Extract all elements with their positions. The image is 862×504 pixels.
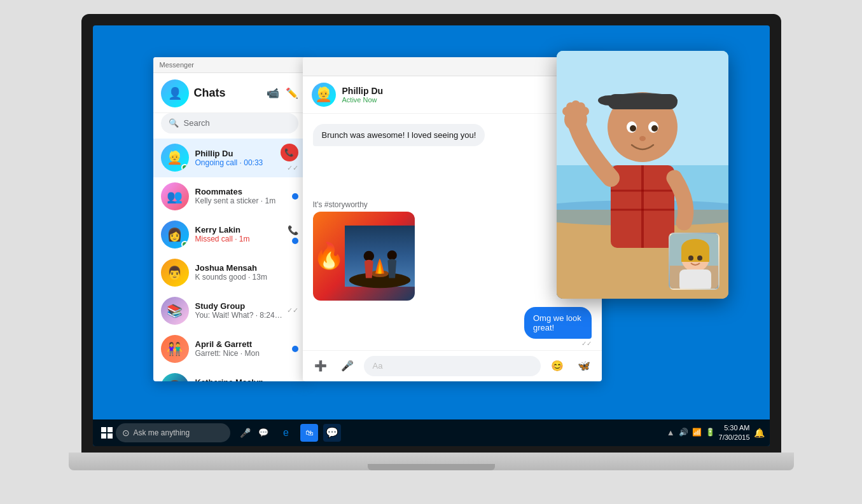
chat-avatar-joshua: 👨 — [161, 259, 189, 287]
message-row-storyworthy: It's #storyworthy — [313, 200, 592, 301]
chat-input-bar: ➕ 🎤 Aa 😊 🦋 — [303, 350, 602, 381]
svg-point-16 — [598, 95, 621, 106]
chat-name: April & Garrett — [195, 339, 288, 349]
user-avatar: 👤 — [161, 79, 189, 107]
network-icon[interactable]: 📶 — [692, 428, 702, 437]
message-input[interactable]: Aa — [364, 356, 541, 376]
chat-preview: Ongoing call · 00:33 — [195, 158, 277, 167]
chat-item-roommates[interactable]: 👥 Roommates Kelly sent a sticker · 1m — [153, 177, 306, 215]
chat-preview-missed: Missed call · 1m — [195, 235, 284, 243]
contact-avatar: 👱 — [312, 83, 336, 107]
chats-panel: Messenger 👤 Chats 📹 ✏️ — [153, 57, 306, 381]
taskbar-app-icons: 💬 e 🛍 💬 — [254, 424, 341, 442]
message-omg: Omg we look great! — [524, 307, 592, 339]
chat-meta: 📞 ✓✓ — [281, 144, 298, 172]
battery-icon[interactable]: 🔋 — [706, 428, 715, 437]
svg-point-21 — [639, 136, 646, 141]
chat-item-kerry-lakin[interactable]: 👩 Kerry Lakin Missed call · 1m 📞 — [153, 215, 306, 254]
taskbar-clock[interactable]: 5:30 AM 7/30/2015 — [719, 423, 750, 442]
svg-rect-36 — [101, 427, 106, 432]
compose-icon[interactable]: ✏️ — [286, 87, 298, 99]
start-button[interactable] — [98, 424, 116, 442]
chat-avatar-phillip: 👱 — [161, 144, 189, 172]
taskbar-icon-edge[interactable]: e — [277, 424, 295, 442]
taskbar-icon-store[interactable]: 🛍 — [300, 424, 318, 442]
search-icon: 🔍 — [169, 118, 179, 128]
chat-info-study: Study Group You: Wait! What? · 8:24am — [195, 301, 283, 320]
taskbar-search[interactable]: ⊙ Ask me anything — [116, 423, 230, 442]
chat-preview: Garrett: Nice · Mon — [195, 349, 288, 358]
laptop-base — [69, 453, 794, 470]
chat-name: Joshua Mensah — [195, 263, 295, 273]
chat-list: 👱 Phillip Du Ongoing call · 00:33 📞 ✓✓ — [153, 139, 306, 381]
unread-indicator — [292, 346, 298, 352]
read-check: ✓✓ — [287, 164, 298, 172]
date-display: 7/30/2015 — [719, 433, 750, 442]
chat-item-phillip-du[interactable]: 👱 Phillip Du Ongoing call · 00:33 📞 ✓✓ — [153, 139, 306, 177]
chat-meta — [292, 346, 298, 352]
hashtag-label: It's #storyworthy — [313, 200, 592, 209]
selfview-thumbnail — [669, 233, 719, 290]
chat-info-roommates: Roommates Kelly sent a sticker · 1m — [195, 187, 288, 205]
chat-avatar-katherine: 👩 — [161, 373, 189, 381]
chat-name: Katherine Maslyn — [195, 378, 283, 381]
end-call-button[interactable]: 📞 — [281, 144, 298, 161]
chat-info-joshua: Joshua Mensah K sounds good · 13m — [195, 263, 295, 282]
taskbar-icon-messenger[interactable]: 💬 — [323, 424, 341, 442]
volume-icon[interactable]: 🔊 — [679, 428, 688, 437]
time-display: 5:30 AM — [719, 423, 750, 432]
phone-icon: 📞 — [288, 225, 298, 235]
cortana-icon: ⊙ — [122, 428, 130, 438]
video-call-overlay — [557, 51, 728, 299]
chat-item-katherine-maslyn[interactable]: 👩 Katherine Maslyn You sent a sticker · … — [153, 368, 306, 381]
app-title-bar: Messenger — [153, 57, 306, 73]
contact-name: Phillip Du — [342, 86, 384, 96]
search-bar[interactable]: 🔍 Search — [161, 113, 298, 133]
chat-info-phillip: Phillip Du Ongoing call · 00:33 — [195, 149, 277, 167]
svg-rect-33 — [679, 269, 711, 290]
chat-item-joshua-mensah[interactable]: 👨 Joshua Mensah K sounds good · 13m — [153, 254, 306, 292]
chat-preview: Kelly sent a sticker · 1m — [195, 196, 288, 205]
add-button[interactable]: ➕ — [310, 356, 331, 376]
read-receipt: ✓✓ — [581, 340, 592, 347]
chat-item-study-group[interactable]: 📚 Study Group You: Wait! What? · 8:24am … — [153, 292, 306, 330]
chat-name: Study Group — [195, 301, 283, 311]
svg-rect-38 — [101, 433, 106, 439]
taskbar: ⊙ Ask me anything 🎤 💬 e 🛍 💬 — [93, 419, 770, 446]
svg-point-20 — [651, 125, 658, 132]
sys-tray-icons: ▲ 🔊 📶 🔋 — [667, 428, 715, 437]
chat-info-katherine: Katherine Maslyn You sent a sticker · Mo… — [195, 378, 283, 381]
chat-avatar-april: 👫 — [161, 335, 189, 363]
chats-header: 👤 Chats 📹 ✏️ — [153, 73, 306, 113]
input-placeholder: Aa — [373, 361, 383, 371]
emoji-button[interactable]: 😊 — [547, 356, 567, 376]
chat-name: Roommates — [195, 187, 288, 196]
chat-item-april-garrett[interactable]: 👫 April & Garrett Garrett: Nice · Mon — [153, 330, 306, 368]
contact-status: Active Now — [342, 96, 384, 104]
svg-point-19 — [630, 125, 636, 132]
chat-meta: ✓✓ — [287, 306, 298, 315]
taskbar-icon-action-center[interactable]: 💬 — [254, 424, 272, 442]
online-indicator — [181, 241, 188, 248]
microphone-button[interactable]: 🎤 — [337, 356, 358, 376]
message-sent-great: Omg we look great! ✓✓ — [502, 307, 592, 347]
show-hidden-icons[interactable]: ▲ — [667, 428, 675, 437]
svg-point-34 — [688, 255, 693, 261]
chat-preview: You: Wait! What? · 8:24am — [195, 311, 283, 320]
contact-info: Phillip Du Active Now — [342, 86, 384, 104]
microphone-taskbar-icon[interactable]: 🎤 — [237, 424, 254, 442]
taskbar-search-text: Ask me anything — [134, 428, 190, 437]
system-tray: ▲ 🔊 📶 🔋 5:30 AM 7/30/2015 🔔 — [667, 423, 765, 442]
app-title: Messenger — [160, 61, 194, 69]
sticker-button[interactable]: 🦋 — [574, 356, 594, 376]
chat-info-april: April & Garrett Garrett: Nice · Mon — [195, 339, 288, 358]
chat-name: Kerry Lakin — [195, 225, 284, 235]
search-placeholder: Search — [184, 118, 210, 128]
unread-indicator — [292, 193, 298, 200]
video-call-icon[interactable]: 📹 — [267, 87, 279, 99]
screen: Messenger 👤 Chats 📹 ✏️ — [93, 25, 770, 446]
svg-point-35 — [697, 255, 702, 261]
screen-bezel: Messenger 👤 Chats 📹 ✏️ — [81, 14, 781, 453]
svg-rect-39 — [108, 433, 113, 439]
notifications-icon[interactable]: 🔔 — [754, 428, 765, 438]
